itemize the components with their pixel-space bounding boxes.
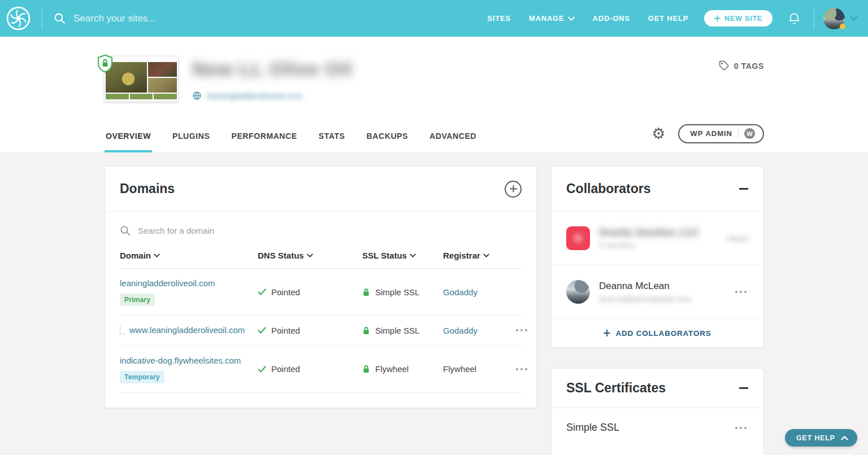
- org-avatar: G: [566, 226, 590, 250]
- check-icon: [258, 327, 266, 334]
- status-dot: [840, 24, 845, 29]
- nav-manage-label: MANAGE: [529, 14, 565, 23]
- domains-table: Domain DNS Status SSL Status Registrar: [105, 239, 536, 408]
- main-content: Domains Domain DNS Status: [0, 152, 868, 455]
- new-site-button[interactable]: NEW SITE: [704, 10, 772, 27]
- ssl-title: SSL Certificates: [566, 380, 666, 396]
- collaborator-role-blurred: Owner: [727, 234, 749, 243]
- add-domain-button[interactable]: [505, 181, 522, 198]
- more-options-button[interactable]: [735, 427, 749, 429]
- registrar-link[interactable]: Godaddy: [443, 326, 516, 335]
- collaborator-email-blurred: deanna@leaningladder.com: [599, 295, 726, 303]
- nav-manage-link[interactable]: MANAGE: [529, 14, 575, 23]
- collaborator-subtitle-blurred: 3 members: [599, 241, 718, 250]
- chevron-down-icon: [568, 16, 575, 21]
- tags-label: 0 TAGS: [734, 62, 764, 71]
- column-header-domain[interactable]: Domain: [120, 251, 258, 260]
- tab-advanced[interactable]: ADVANCED: [428, 121, 478, 152]
- chevron-down-icon: [483, 253, 489, 257]
- ssl-certificate-row: Simple SSL: [552, 408, 763, 447]
- collaborator-row: G Gravity Junction, LLC 3 members Owner: [552, 212, 763, 265]
- domain-link[interactable]: leaningladderoliveoil.com: [120, 278, 215, 289]
- tab-overview[interactable]: OVERVIEW: [105, 121, 152, 152]
- more-options-button[interactable]: [735, 291, 749, 293]
- globe-icon: [192, 91, 202, 100]
- nav-addons-link[interactable]: ADD-ONS: [593, 14, 630, 23]
- site-url-blurred: leaningladderoliveoil.com: [207, 91, 302, 100]
- registrar-link[interactable]: Godaddy: [443, 287, 516, 297]
- domain-row: indicative-dog.flywheelsites.com Tempora…: [120, 346, 522, 393]
- tabs: OVERVIEW PLUGINS PERFORMANCE STATS BACKU…: [105, 121, 478, 152]
- ssl-status-label: Simple SSL: [375, 287, 419, 297]
- flywheel-logo-icon[interactable]: [6, 6, 31, 31]
- dns-status-label: Pointed: [271, 326, 300, 335]
- thumbnail-photo: [148, 62, 177, 77]
- collapse-minus-icon[interactable]: [739, 184, 749, 194]
- tab-backups[interactable]: BACKUPS: [366, 121, 409, 152]
- collaborator-name-blurred: Gravity Junction, LLC: [599, 227, 718, 238]
- domains-card: Domains Domain DNS Status: [105, 166, 537, 408]
- tags-button[interactable]: 0 TAGS: [719, 60, 764, 71]
- nav-sites-link[interactable]: SITES: [487, 14, 511, 23]
- site-thumbnail[interactable]: [105, 56, 178, 102]
- thumbnail-photo: [148, 78, 177, 93]
- navbar-links: SITES MANAGE ADD-ONS GET HELP: [487, 14, 688, 23]
- column-header-ssl-status[interactable]: SSL Status: [362, 251, 443, 260]
- settings-gear-icon[interactable]: ⚙: [652, 126, 665, 141]
- search-icon: [54, 12, 66, 24]
- wp-admin-button[interactable]: WP ADMIN W: [678, 124, 764, 143]
- lock-icon: [362, 288, 370, 296]
- site-url-row[interactable]: leaningladderoliveoil.com: [192, 91, 302, 100]
- ssl-status-label: Flywheel: [375, 364, 409, 374]
- more-options-button[interactable]: [516, 329, 530, 331]
- site-header: New LL Olive Oil leaningladderoliveoil.c…: [0, 37, 868, 152]
- dns-status-label: Pointed: [271, 364, 300, 374]
- search-sites-input[interactable]: [73, 13, 311, 24]
- header-label: DNS Status: [258, 251, 304, 260]
- primary-badge: Primary: [120, 294, 155, 306]
- domain-link[interactable]: www.leaningladderoliveoil.com: [129, 325, 245, 336]
- tab-stats[interactable]: STATS: [318, 121, 346, 152]
- lock-icon: [362, 326, 370, 335]
- more-options-button[interactable]: [516, 368, 530, 370]
- domain-link[interactable]: indicative-dog.flywheelsites.com: [120, 355, 241, 366]
- check-icon: [258, 288, 266, 295]
- thumbnail-buttons: [105, 93, 178, 100]
- get-help-floating-button[interactable]: GET HELP: [785, 429, 857, 447]
- registrar-label: Flywheel: [443, 364, 516, 374]
- header-label: Domain: [120, 251, 151, 260]
- get-help-label: GET HELP: [796, 434, 835, 442]
- domains-title: Domains: [120, 181, 175, 196]
- right-column: Collaborators G Gravity Junction, LLC 3 …: [551, 166, 764, 455]
- add-collaborators-button[interactable]: ADD COLLABORATORS: [552, 319, 763, 347]
- chevron-up-icon: [841, 436, 848, 440]
- domain-search-input[interactable]: [138, 226, 364, 235]
- domain-search: [105, 212, 536, 239]
- domain-row: www.leaningladderoliveoil.com Pointed Si…: [120, 316, 522, 345]
- collaborator-row: Deanna McLean deanna@leaningladder.com: [552, 265, 763, 319]
- nav-gethelp-link[interactable]: GET HELP: [648, 14, 688, 23]
- tabs-row: OVERVIEW PLUGINS PERFORMANCE STATS BACKU…: [105, 121, 764, 152]
- column-header-registrar[interactable]: Registrar: [443, 251, 516, 260]
- column-header-dns-status[interactable]: DNS Status: [258, 251, 362, 260]
- header-label: Registrar: [443, 251, 480, 260]
- add-collaborators-label: ADD COLLABORATORS: [615, 329, 711, 338]
- lock-icon: [362, 365, 370, 373]
- top-navbar: SITES MANAGE ADD-ONS GET HELP NEW SITE: [0, 0, 868, 37]
- collaborator-avatar: [566, 280, 590, 304]
- domain-row: leaningladderoliveoil.com Primary Pointe…: [120, 269, 522, 316]
- check-icon: [258, 366, 266, 373]
- user-avatar[interactable]: [823, 8, 845, 29]
- tab-performance[interactable]: PERFORMANCE: [230, 121, 298, 152]
- header-label: SSL Status: [362, 251, 407, 260]
- notifications-bell-icon[interactable]: [787, 11, 801, 25]
- collapse-minus-icon[interactable]: [739, 383, 749, 393]
- account-chevron-down-icon[interactable]: [850, 16, 858, 21]
- tab-plugins[interactable]: PLUGINS: [171, 121, 211, 152]
- button-divider: [738, 129, 739, 138]
- tag-icon: [719, 60, 730, 71]
- collaborators-card: Collaborators G Gravity Junction, LLC 3 …: [551, 166, 764, 348]
- navbar-divider: [814, 8, 814, 29]
- collaborators-title: Collaborators: [566, 181, 651, 196]
- plus-icon: [510, 185, 517, 193]
